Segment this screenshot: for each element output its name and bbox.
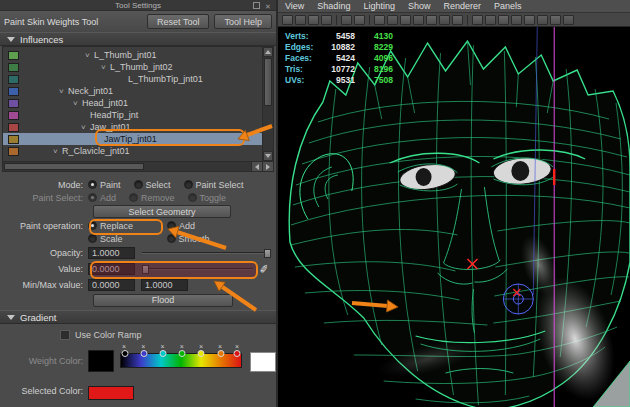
menu-renderer[interactable]: Renderer [443,1,481,11]
scroll-up-icon[interactable] [263,47,273,57]
safe-action-icon[interactable] [439,15,450,25]
scroll-left-icon[interactable] [251,162,262,171]
pan-zoom-icon[interactable] [354,15,365,25]
float-panel-icon[interactable] [253,2,260,9]
menu-panels[interactable]: Panels [494,1,522,11]
influences-tree[interactable]: ˅ L_Thumb_jnt01 ˅ L_Thumb_jnt02 L_ThumbT… [3,47,262,161]
tree-expander-icon[interactable]: ˅ [59,87,68,96]
flood-button[interactable]: Flood [93,294,233,307]
paint-op-replace-radio[interactable]: Replace [88,221,133,231]
tree-expander-icon[interactable]: ˅ [53,147,62,156]
value-slider[interactable] [142,263,253,275]
horizontal-scrollbar[interactable] [2,162,274,172]
scrollbar-thumb[interactable] [264,58,272,106]
vertical-scrollbar[interactable] [262,47,273,161]
eyedropper-icon[interactable] [260,262,273,275]
mode-select-radio[interactable]: Select [134,180,171,190]
scroll-down-icon[interactable] [263,151,273,161]
influence-row-selected[interactable]: JawTip_jnt01 [3,133,262,145]
weight-color-swatch[interactable] [88,350,114,372]
influence-color-swatch[interactable] [8,99,19,108]
textured-icon[interactable] [537,15,548,25]
ramp-marker[interactable] [234,350,241,357]
influence-row[interactable]: ˅ L_Thumb_jnt01 [3,49,262,61]
ramp-marker[interactable] [198,350,205,357]
tree-expander-icon[interactable]: ˅ [81,123,90,132]
influence-row[interactable]: HeadTip_jnt [3,109,262,121]
ramp-marker[interactable] [160,350,167,357]
safe-title-icon[interactable] [452,15,463,25]
menu-view[interactable]: View [285,1,304,11]
influence-color-swatch[interactable] [8,147,19,156]
paint-op-smooth-radio[interactable]: Smooth [167,234,210,244]
select-camera-icon[interactable] [282,15,293,25]
ramp-marker[interactable] [140,350,147,357]
influence-color-swatch[interactable] [8,75,19,84]
panel-titlebar[interactable]: Tool Settings [0,0,276,11]
scroll-right-icon[interactable] [262,162,273,171]
frame-all-icon[interactable] [472,15,483,25]
influence-row[interactable]: ˅ Head_jnt01 [3,97,262,109]
smooth-shade-icon[interactable] [524,15,535,25]
lights-icon[interactable] [550,15,561,25]
scrollbar-thumb[interactable] [4,163,144,170]
tree-expander-icon[interactable]: ˅ [73,99,82,108]
influence-color-swatch[interactable] [8,87,19,96]
reset-tool-button[interactable]: Reset Tool [147,14,209,29]
influence-row[interactable]: ˅ L_Thumb_jnt02 [3,61,262,73]
current-color-swatch[interactable] [250,352,276,372]
gradient-section-header[interactable]: Gradient [0,310,276,324]
influence-row[interactable]: L_ThumbTip_jnt01 [3,73,262,85]
film-gate-icon[interactable] [387,15,398,25]
max-value-input[interactable] [141,279,188,291]
influence-color-swatch[interactable] [8,111,19,120]
minmax-label: Min/Max value: [0,280,88,290]
lock-camera-icon[interactable] [295,15,306,25]
selected-color-swatch[interactable] [88,386,134,400]
influence-row[interactable]: ˅ R_Clavicle_jnt01 [3,145,262,157]
paint-op-scale-radio[interactable]: Scale [88,234,123,244]
menu-show[interactable]: Show [408,1,431,11]
wireframe-icon[interactable] [511,15,522,25]
viewport-3d[interactable]: Verts: 5458 4130 Edges: 10882 8229 Faces… [278,27,630,407]
grid-icon[interactable] [374,15,385,25]
use-color-ramp-checkbox[interactable] [60,330,70,340]
color-ramp[interactable] [120,353,242,368]
tree-expander-icon[interactable]: ˅ [101,63,110,72]
min-value-input[interactable] [88,279,135,291]
influence-color-swatch[interactable] [8,135,19,144]
gate-mask-icon[interactable] [413,15,424,25]
influence-color-swatch[interactable] [8,51,19,60]
shadows-icon[interactable] [563,15,574,25]
image-plane-icon[interactable] [341,15,352,25]
mode-paint-select-radio[interactable]: Paint Select [184,180,244,190]
ramp-marker[interactable] [217,350,224,357]
viewport-menubar: View Shading Lighting Show Renderer Pane… [278,0,630,13]
opacity-input[interactable] [88,247,135,259]
xray-icon[interactable] [498,15,509,25]
influence-color-swatch[interactable] [8,63,19,72]
slider-handle[interactable] [142,265,149,274]
select-geometry-button[interactable]: Select Geometry [93,205,231,218]
slider-handle[interactable] [264,249,271,258]
camera-attributes-icon[interactable] [308,15,319,25]
bookmark-icon[interactable] [321,15,332,25]
value-input[interactable] [88,263,135,275]
tree-expander-icon[interactable]: ˅ [85,51,94,60]
menu-lighting[interactable]: Lighting [363,1,395,11]
influence-row[interactable]: ˅ Jaw_jnt01 [3,121,262,133]
ramp-marker[interactable] [179,350,186,357]
mode-paint-radio[interactable]: Paint [88,180,121,190]
field-chart-icon[interactable] [426,15,437,25]
ramp-marker[interactable] [121,350,128,357]
influence-color-swatch[interactable] [8,123,19,132]
opacity-slider[interactable] [142,247,269,259]
influences-section-header[interactable]: Influences [0,32,276,46]
paint-op-add-radio[interactable]: Add [167,221,195,231]
tool-help-button[interactable]: Tool Help [214,14,272,29]
close-icon[interactable] [265,2,272,9]
influence-row[interactable]: ˅ Neck_jnt01 [3,85,262,97]
menu-shading[interactable]: Shading [317,1,350,11]
frame-selected-icon[interactable] [485,15,496,25]
resolution-gate-icon[interactable] [400,15,411,25]
